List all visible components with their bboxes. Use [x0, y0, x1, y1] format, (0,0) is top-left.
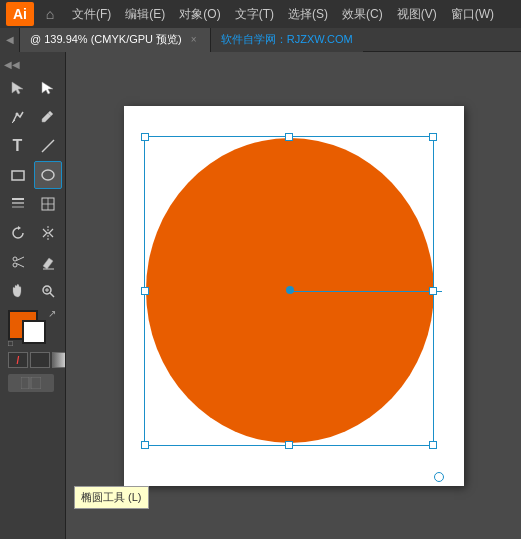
none-fill-button[interactable]: / [8, 352, 28, 368]
menu-item[interactable]: 文件(F) [66, 4, 117, 25]
eraser-tool-button[interactable] [34, 248, 62, 276]
svg-rect-20 [21, 377, 29, 389]
svg-point-3 [42, 170, 54, 180]
ellipse-tool-button[interactable] [34, 161, 62, 189]
type-tool-button[interactable]: T [4, 132, 32, 160]
handle-bottom-left[interactable] [141, 441, 149, 449]
pencil-tool-button[interactable] [34, 103, 62, 131]
scissors-tool-button[interactable] [4, 248, 32, 276]
svg-line-13 [16, 257, 24, 261]
default-colors-icon[interactable]: □ [8, 339, 13, 348]
swap-colors-icon[interactable]: ↗ [48, 308, 56, 319]
line-tool-button[interactable] [34, 132, 62, 160]
tool-row-3: T [0, 132, 65, 160]
handle-bottom-right[interactable] [429, 441, 437, 449]
svg-rect-5 [12, 202, 24, 204]
menu-item[interactable]: 选择(S) [282, 4, 334, 25]
toolbar: ◀◀ [0, 52, 66, 539]
svg-line-1 [42, 140, 54, 152]
svg-rect-21 [31, 377, 41, 389]
tab-bar: ◀ @ 139.94% (CMYK/GPU 预览) × 软件自学网：RJZXW.… [0, 28, 521, 52]
canvas-area[interactable]: 椭圆工具 (L) [66, 52, 521, 539]
rotate-tool-button[interactable] [4, 219, 32, 247]
home-button[interactable]: ⌂ [38, 2, 62, 26]
svg-line-14 [16, 264, 24, 268]
active-tab[interactable]: @ 139.94% (CMYK/GPU 预览) × [20, 28, 211, 52]
menu-item[interactable]: 对象(O) [173, 4, 226, 25]
radius-line [290, 291, 442, 292]
ai-logo: Ai [6, 2, 34, 26]
ellipse-center-point [286, 286, 294, 294]
svg-point-0 [15, 113, 18, 116]
selection-tool-button[interactable] [4, 74, 32, 102]
none-stroke-button[interactable] [30, 352, 50, 368]
main-layout: ◀◀ [0, 52, 521, 539]
color-swatches: ↗ □ [8, 310, 56, 348]
rectangle-tool-button[interactable] [4, 161, 32, 189]
artboard[interactable] [124, 106, 464, 486]
website-tab[interactable]: 软件自学网：RJZXW.COM [211, 28, 363, 52]
scale-tool-button[interactable] [34, 219, 62, 247]
stroke-color-swatch[interactable] [22, 320, 46, 344]
type-icon: T [13, 137, 23, 155]
tool-row-2 [0, 103, 65, 131]
direct-selection-tool-button[interactable] [34, 74, 62, 102]
zoom-tool-button[interactable] [34, 277, 62, 305]
menu-item[interactable]: 效果(C) [336, 4, 389, 25]
svg-rect-4 [12, 198, 24, 200]
svg-rect-6 [12, 206, 24, 208]
collapse-arrows-icon: ◀◀ [4, 59, 20, 70]
tab-scroll-left[interactable]: ◀ [0, 28, 20, 52]
svg-point-12 [13, 263, 17, 267]
handle-top-left[interactable] [141, 133, 149, 141]
handle-top-right[interactable] [429, 133, 437, 141]
svg-line-17 [50, 293, 54, 297]
tool-tooltip: 椭圆工具 (L) [74, 486, 149, 509]
tool-row-1 [0, 74, 65, 102]
menu-item[interactable]: 窗口(W) [445, 4, 500, 25]
toolbar-collapse[interactable]: ◀◀ [0, 56, 65, 72]
svg-point-11 [13, 257, 17, 261]
tool-row-4 [0, 161, 65, 189]
tool-row-8 [0, 277, 65, 305]
tool-row-7 [0, 248, 65, 276]
active-tab-label: @ 139.94% (CMYK/GPU 预览) [30, 32, 182, 47]
mesh-tool-button[interactable] [34, 190, 62, 218]
menu-bar: 文件(F)编辑(E)对象(O)文字(T)选择(S)效果(C)视图(V)窗口(W) [66, 4, 515, 25]
menu-item[interactable]: 编辑(E) [119, 4, 171, 25]
title-bar: Ai ⌂ 文件(F)编辑(E)对象(O)文字(T)选择(S)效果(C)视图(V)… [0, 0, 521, 28]
gradient-button[interactable] [52, 352, 66, 368]
active-tab-close[interactable]: × [188, 34, 200, 46]
color-none-buttons: / [8, 352, 66, 368]
tool-row-5 [0, 190, 65, 218]
menu-item[interactable]: 视图(V) [391, 4, 443, 25]
svg-rect-2 [12, 171, 24, 180]
menu-item[interactable]: 文字(T) [229, 4, 280, 25]
pen-tool-button[interactable] [4, 103, 32, 131]
color-area: ↗ □ / [0, 310, 65, 392]
tool-row-6 [0, 219, 65, 247]
hand-tool-button[interactable] [4, 277, 32, 305]
paintbucket-tool-button[interactable] [4, 190, 32, 218]
change-screen-mode-button[interactable] [8, 374, 54, 392]
radius-handle[interactable] [434, 472, 444, 482]
